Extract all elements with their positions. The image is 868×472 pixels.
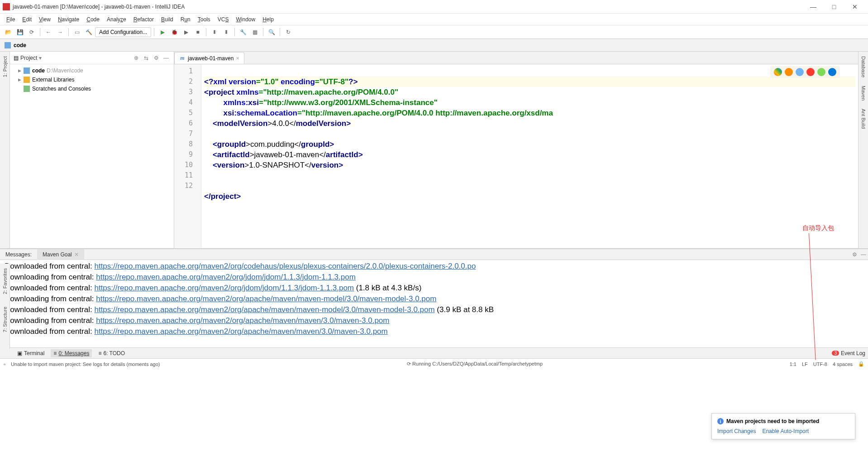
profiler-icon[interactable]: ⬍ [209, 27, 220, 38]
back-icon[interactable]: ← [43, 27, 54, 38]
firefox-icon[interactable] [785, 68, 793, 76]
coverage-icon[interactable]: ▶ [181, 27, 191, 38]
minimize-button[interactable]: — [803, 0, 824, 13]
bottom-messages[interactable]: ≡ 0: Messages [51, 349, 92, 357]
sidebar-structure[interactable]: 7: Structure [2, 305, 8, 334]
bottom-todo[interactable]: ≡ 6: TODO [98, 350, 125, 356]
messages-tab-mavengoal[interactable]: Maven Goal✕ [37, 249, 84, 260]
gear-icon[interactable]: ⚙ [152, 54, 160, 62]
editor-tabs: m javaweb-01-maven ✕ [174, 52, 858, 64]
stop-icon[interactable]: ■ [192, 27, 203, 38]
debug-icon[interactable]: 🐞 [169, 27, 180, 38]
menu-build[interactable]: Build [157, 15, 177, 24]
edge-icon[interactable] [828, 68, 836, 76]
sidebar-maven[interactable]: Maven [861, 84, 866, 102]
run-icon[interactable]: ▶ [157, 27, 168, 38]
tree-item-code[interactable]: ▶ code D:\Maven\code [10, 66, 174, 75]
yandex-icon[interactable] [817, 68, 825, 76]
import-changes-link[interactable]: Import Changes [717, 428, 756, 434]
locate-icon[interactable]: ⊕ [132, 54, 140, 62]
project-tree: ▶ code D:\Maven\code ▶ External Librarie… [10, 64, 174, 95]
main-row: 1: Project ▤ Project ▾ ⊕ ⇆ ⚙ — ▶ code D:… [0, 52, 868, 249]
chevron-right-icon[interactable]: ▶ [18, 68, 24, 73]
chevron-down-icon[interactable]: ▾ [39, 55, 42, 61]
wrench-icon[interactable]: 🔧 [238, 27, 248, 38]
status-indent[interactable]: 4 spaces [833, 361, 853, 367]
separator [68, 28, 69, 36]
project-header: ▤ Project ▾ ⊕ ⇆ ⚙ — [10, 52, 174, 64]
sidebar-toggle-icon[interactable]: ▫ [4, 361, 5, 367]
collapse-icon[interactable]: ⇆ [142, 54, 150, 62]
save-icon[interactable]: 💾 [14, 27, 25, 38]
editor-tab[interactable]: m javaweb-01-maven ✕ [174, 52, 244, 64]
code-editor[interactable]: 123456789101112 <?xml version="1.0" enco… [174, 64, 858, 248]
status-pos[interactable]: 1:1 [790, 361, 796, 367]
gutter: 123456789101112 [174, 64, 201, 248]
menu-analyze[interactable]: Analyze [103, 15, 130, 24]
menu-run[interactable]: Run [177, 15, 194, 24]
opera-icon[interactable] [806, 68, 815, 76]
statusbar: ▫ Unable to import maven project: See lo… [0, 358, 868, 369]
close-tab-icon[interactable]: ✕ [236, 56, 239, 61]
code-content[interactable]: <?xml version="1.0" encoding="UTF-8"?> <… [201, 64, 858, 248]
status-enc[interactable]: UTF-8 [813, 361, 827, 367]
hide-icon[interactable]: — [859, 251, 868, 258]
project-panel: ▤ Project ▾ ⊕ ⇆ ⚙ — ▶ code D:\Maven\code… [10, 52, 174, 248]
status-message: Unable to import maven project: See logs… [11, 361, 160, 367]
search-icon[interactable]: 🔍 [266, 27, 277, 38]
menu-edit[interactable]: Edit [19, 15, 35, 24]
toolbar: 📂 💾 ⟳ ← → ▭ 🔨 Add Configuration... ▶ 🐞 ▶… [0, 25, 868, 39]
bottom-eventlog[interactable]: 3Event Log [832, 350, 865, 356]
close-button[interactable]: ✕ [844, 0, 865, 13]
menu-vcs[interactable]: VCS [214, 15, 233, 24]
sidebar-database[interactable]: Database [861, 54, 866, 79]
chevron-right-icon[interactable]: ▶ [18, 77, 24, 82]
sidebar-project[interactable]: 1: Project [2, 54, 8, 79]
gear-icon[interactable]: ⚙ [850, 251, 859, 258]
separator [154, 28, 154, 36]
enable-autoimport-link[interactable]: Enable Auto-Import [762, 428, 809, 434]
bottom-terminal[interactable]: ▣ Terminal [17, 350, 44, 356]
lock-icon[interactable]: 🔒 [858, 361, 864, 367]
project-title[interactable]: Project [20, 55, 37, 61]
messages-tab-messages[interactable]: Messages: [0, 249, 37, 260]
hide-icon[interactable]: — [162, 54, 170, 62]
sidebar-favorites[interactable]: 2: Favorites [2, 266, 8, 296]
tab-label: javaweb-01-maven [188, 55, 234, 62]
menu-file[interactable]: File [3, 15, 19, 24]
build-icon[interactable]: ▭ [72, 27, 82, 38]
sidebar-ant[interactable]: Ant Build [861, 107, 866, 130]
open-icon[interactable]: 📂 [3, 27, 14, 38]
breadcrumb-item[interactable]: code [14, 42, 26, 48]
tree-item-libs[interactable]: ▶ External Libraries [10, 75, 174, 84]
update-icon[interactable]: ↻ [283, 27, 294, 38]
window-title: javaweb-01-maven [D:\Maven\code] - javaw… [13, 4, 803, 10]
hammer-icon[interactable]: 🔨 [83, 27, 94, 38]
messages-body[interactable]: Downloaded from central: https://repo.ma… [0, 260, 868, 347]
menu-view[interactable]: View [35, 15, 54, 24]
separator [206, 28, 206, 36]
menu-refactor[interactable]: Refactor [130, 15, 157, 24]
run-config-dropdown[interactable]: Add Configuration... [95, 27, 151, 37]
scratch-icon [24, 86, 30, 92]
tree-item-scratches[interactable]: Scratches and Consoles [10, 84, 174, 93]
menu-tools[interactable]: Tools [194, 15, 214, 24]
menu-window[interactable]: Window [232, 15, 259, 24]
status-lf[interactable]: LF [802, 361, 808, 367]
messages-panel: Messages: Maven Goal✕ ⚙ — Downloaded fro… [0, 249, 868, 347]
menu-help[interactable]: Help [259, 15, 277, 24]
menu-code[interactable]: Code [83, 15, 103, 24]
sync-icon[interactable]: ⟳ [26, 27, 37, 38]
safari-icon[interactable] [796, 68, 804, 76]
bottom-toolrow: ▣ Terminal ≡ 0: Messages ≡ 6: TODO 3Even… [0, 347, 868, 358]
messages-tabs: Messages: Maven Goal✕ ⚙ — [0, 249, 868, 260]
maximize-button[interactable]: □ [824, 0, 844, 13]
forward-icon[interactable]: → [55, 27, 66, 38]
attach-icon[interactable]: ⬍ [221, 27, 232, 38]
titlebar: javaweb-01-maven [D:\Maven\code] - javaw… [0, 0, 868, 14]
info-icon: i [717, 418, 724, 424]
tree-label: code [32, 67, 45, 74]
chrome-icon[interactable] [774, 68, 782, 76]
structure-icon[interactable]: ▦ [249, 27, 260, 38]
menu-navigate[interactable]: Navigate [54, 15, 83, 24]
